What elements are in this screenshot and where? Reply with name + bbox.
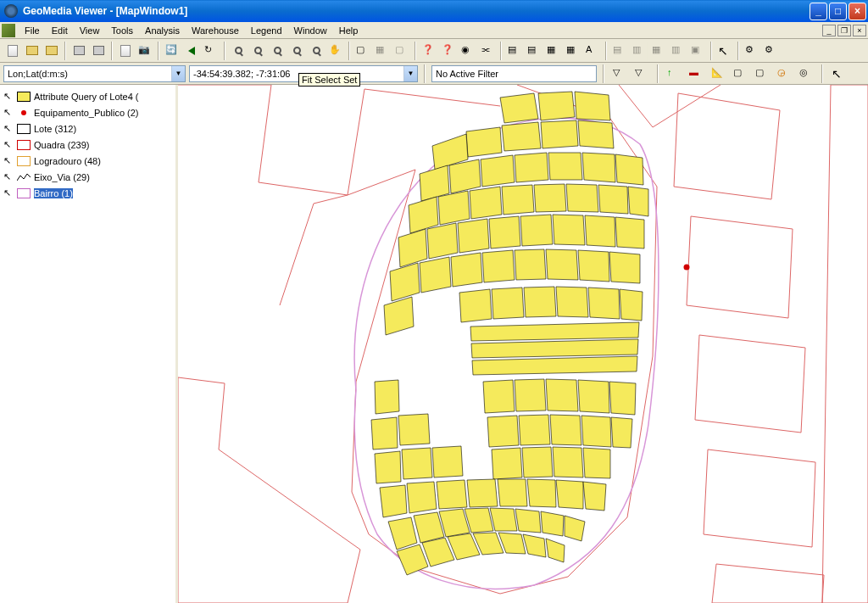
- distribute-button[interactable]: ▥: [669, 42, 687, 60]
- layout-icon: ▢: [395, 44, 409, 58]
- label-button[interactable]: A: [583, 42, 602, 60]
- map-canvas[interactable]: [178, 85, 868, 603]
- refresh-button[interactable]: 🔄: [163, 42, 181, 60]
- menu-window[interactable]: Window: [288, 24, 333, 37]
- properties-button[interactable]: ⚙: [743, 42, 761, 60]
- coordinate-button[interactable]: ▢: [753, 64, 771, 83]
- menu-edit[interactable]: Edit: [46, 24, 74, 37]
- zoom-in-button[interactable]: [229, 42, 248, 60]
- data-window-button[interactable]: ▦: [373, 42, 392, 60]
- thematic-icon: ▦: [566, 44, 580, 58]
- join-button[interactable]: ⫘: [478, 42, 497, 60]
- select-button[interactable]: ↖: [829, 64, 848, 83]
- new-connection-button[interactable]: [23, 42, 42, 60]
- pan-button[interactable]: ✋: [326, 42, 345, 60]
- legend-item-logradouro[interactable]: ↖ Logradouro (48): [2, 153, 174, 169]
- align-left-button[interactable]: ▤: [610, 42, 629, 60]
- menu-warehouse[interactable]: Warehouse: [186, 24, 245, 37]
- legend-item-lote[interactable]: ↖ Lote (312): [2, 120, 174, 137]
- filter-combo[interactable]: No Active Filter: [431, 65, 597, 82]
- print-preview-button[interactable]: [89, 42, 108, 60]
- gear-icon: ⚙: [745, 44, 759, 58]
- legend-item-equipamento[interactable]: ↖ Equipamento_Publico (2): [2, 104, 174, 120]
- options-button[interactable]: ⚙: [762, 42, 781, 60]
- menu-view[interactable]: View: [74, 24, 106, 37]
- print-button[interactable]: [70, 42, 88, 60]
- area-button[interactable]: ▢: [731, 64, 749, 83]
- menu-legend[interactable]: Legend: [245, 24, 288, 37]
- legend-item-bairro[interactable]: ↖ Bairro (1): [2, 185, 174, 201]
- main-area: ↖ Attribute Query of Lote4 ( ↖ Equipamen…: [0, 85, 868, 603]
- undo-button[interactable]: [182, 42, 201, 60]
- minimize-button[interactable]: _: [810, 3, 827, 20]
- map-window-button[interactable]: ▢: [353, 42, 372, 60]
- toolbar-separator: [737, 42, 739, 60]
- copy-button[interactable]: [116, 42, 135, 60]
- toolbar-separator: [111, 42, 113, 60]
- coordinate-toolbar: Lon;Lat(d:m:s) ▼ -34:54:39.382; -7:31:06…: [0, 63, 868, 85]
- north-arrow-button[interactable]: ↑: [665, 64, 683, 83]
- mdi-close-button[interactable]: ×: [853, 25, 866, 36]
- filter-tool-button[interactable]: ▽: [610, 64, 629, 83]
- menu-help[interactable]: Help: [333, 24, 364, 37]
- point-dot-icon: [21, 110, 26, 115]
- legend-item-attribute-query[interactable]: ↖ Attribute Query of Lote4 (: [2, 88, 174, 104]
- toolbar-separator: [415, 42, 416, 60]
- clear-filter-button[interactable]: ▽: [632, 64, 651, 83]
- snapshot-button[interactable]: 📷: [136, 42, 154, 60]
- toolbar-separator: [603, 64, 604, 83]
- mdi-minimize-button[interactable]: _: [822, 25, 836, 36]
- measure-icon: 📐: [711, 67, 725, 81]
- legend-label: Logradouro (48): [34, 156, 101, 166]
- scale-icon: ▬: [689, 67, 703, 81]
- cursor-prefix-icon: ↖: [3, 171, 14, 182]
- precision-combo[interactable]: Lon;Lat(d:m:s) ▼: [3, 65, 186, 82]
- area-icon: ▢: [733, 67, 747, 81]
- buffer-icon: ◉: [461, 44, 475, 58]
- add-legend-button[interactable]: ▤: [505, 42, 524, 60]
- fit-select-set-button[interactable]: [307, 42, 326, 60]
- legend-item-eixo[interactable]: ↖ Eixo_Via (29): [2, 169, 174, 185]
- menu-file[interactable]: File: [19, 24, 46, 37]
- zoom-box-button[interactable]: [268, 42, 287, 60]
- fit-select-icon: [313, 47, 320, 54]
- title-bar: GeoMedia Viewer - [MapWindow1] _ □ ×: [0, 0, 868, 22]
- group-button[interactable]: ▣: [688, 42, 707, 60]
- legend-swatch: [17, 188, 31, 198]
- spatial-query-button[interactable]: ❓: [439, 42, 458, 60]
- legend-properties-button[interactable]: ▤: [525, 42, 543, 60]
- align-center-button[interactable]: ▥: [630, 42, 648, 60]
- legend-label: Eixo_Via (29): [34, 172, 90, 182]
- maximize-button[interactable]: □: [829, 3, 847, 20]
- query-attribute-button[interactable]: ❓: [420, 42, 438, 60]
- menu-tools[interactable]: Tools: [105, 24, 139, 37]
- toolbar-separator: [348, 42, 350, 60]
- filter-icon: ▽: [613, 67, 626, 81]
- classify-button[interactable]: ▦: [544, 42, 563, 60]
- legend-label: Bairro (1): [34, 188, 73, 198]
- layout-window-button[interactable]: ▢: [392, 42, 411, 60]
- distance-button[interactable]: ◎: [797, 64, 815, 83]
- grid-icon: ▦: [376, 44, 389, 58]
- thematic-button[interactable]: ▦: [564, 42, 582, 60]
- redo-button[interactable]: ↻: [202, 42, 220, 60]
- copy-icon: [120, 45, 131, 57]
- angle-button[interactable]: ◶: [775, 64, 793, 83]
- legend-item-quadra[interactable]: ↖ Quadra (239): [2, 137, 174, 153]
- scale-bar-button[interactable]: ▬: [687, 64, 705, 83]
- new-geoworkspace-button[interactable]: [3, 42, 22, 60]
- toolbar-separator: [605, 42, 607, 60]
- new-datawindow-button[interactable]: [42, 42, 61, 60]
- zoom-out-button[interactable]: [248, 42, 267, 60]
- legend-swatch: [17, 92, 31, 102]
- mdi-restore-button[interactable]: ❐: [837, 25, 851, 36]
- fit-all-button[interactable]: [287, 42, 306, 60]
- select-tool-button[interactable]: ↖: [715, 42, 734, 60]
- align-right-button[interactable]: ▦: [649, 42, 668, 60]
- buffer-zone-button[interactable]: ◉: [459, 42, 477, 60]
- refresh-icon: 🔄: [165, 44, 179, 58]
- measure-button[interactable]: 📐: [709, 64, 727, 83]
- menu-analysis[interactable]: Analysis: [139, 24, 186, 37]
- align-icon: ▦: [652, 44, 665, 58]
- close-button[interactable]: ×: [849, 3, 866, 20]
